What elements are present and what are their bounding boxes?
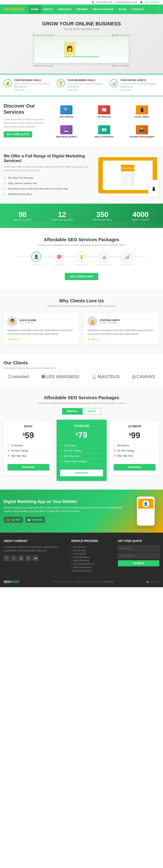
nav-logo[interactable]: SEOWAVE — [4, 7, 24, 12]
step-technology-icon: 🔬 — [99, 252, 109, 262]
hero-tag-social: SOCIAL MEDIA — [113, 65, 129, 67]
stat-number-4: 4000 — [132, 210, 150, 219]
full-range-title: We Offer a Full Range of Digital Marketi… — [4, 154, 92, 163]
testimonial-1-role: CEO - Example — [20, 321, 36, 324]
nav-link-contact[interactable]: CONTACT — [129, 5, 146, 13]
feature-digital-link[interactable]: Learn more — [120, 89, 131, 91]
feature-revenue-link[interactable]: Learn more — [14, 89, 25, 91]
nav-link-pricing[interactable]: PRICING — [74, 5, 90, 13]
discover-title: Discover Our Services — [4, 103, 44, 115]
feature-digital-text: YOUR DIGITAL ASSETS Lorem ipsum dolor si… — [120, 79, 159, 91]
range-item-4: ✓Affordable pricing offers. — [4, 191, 92, 197]
footer-go-button[interactable]: GO WRITE — [118, 560, 159, 566]
nav-link-blog[interactable]: BLOG — [117, 5, 129, 13]
testimonial-2-name: STEPHEN SMITH — [100, 319, 120, 321]
pricing-card-standard: STANDARD $79 ✓ 40 Services ✗ No Free Tra… — [56, 420, 107, 481]
check-icon: ✓ — [60, 444, 63, 447]
nav-link-services[interactable]: SERVICES — [56, 5, 73, 13]
testimonial-1: 👨 ALICE QUAIM CEO - Example Voluptatem a… — [4, 313, 79, 344]
services-grid: 🔍 SEO SERVICE 📰 PR ARTICLES 📱 SOCIAL MED… — [49, 103, 159, 140]
linkedin-icon[interactable]: in — [25, 555, 31, 561]
testimonial-2-stars: ★★★★ — [87, 338, 156, 341]
service-card-social[interactable]: 📱 SOCIAL MEDIA — [124, 103, 159, 120]
feature-digital: 📊 YOUR DIGITAL ASSETS Lorem ipsum dolor … — [110, 79, 159, 91]
stat-professionals: 350 PROFESSIONALS — [93, 210, 112, 221]
feature-branding-link[interactable]: Learn more — [67, 89, 78, 91]
seo-packages-section: Affordable SEO Services Packages Choose … — [0, 228, 163, 289]
desktop-screen: Website Preview — [103, 160, 153, 190]
footer-name-input[interactable] — [118, 545, 159, 551]
stat-number-2: 12 — [51, 210, 73, 219]
pricing-basic-features: ✓ 10 Services ✗ No Free Training ✗ 200+ … — [7, 443, 50, 459]
range-item-2: ✓High customer retention rate. — [4, 181, 92, 186]
share-icon[interactable]: 🔗 — [156, 7, 159, 11]
footer-service-3: Social Media — [71, 552, 112, 556]
nav-links: HOME ABOUT SERVICES PRICING SEO PACKAGES… — [29, 5, 156, 13]
stat-label-1: HAPPY CLIENTS — [13, 219, 31, 221]
twitter-icon[interactable]: t — [11, 555, 17, 561]
stat-happy-clients: 98 HAPPY CLIENTS — [13, 210, 31, 221]
mobile-mockup-small: 📱 — [148, 180, 159, 198]
purchase-ultimate-button[interactable]: PURCHASE — [113, 464, 156, 471]
x-icon: ✗ — [60, 455, 63, 458]
footer-copyright: © 2016 Your Company. All Rights Reserved… — [52, 581, 114, 583]
app-right: 👤 — [132, 496, 159, 526]
step-profile-icon: 👤 — [31, 252, 41, 262]
range-items: ✓We deliver Top Rankings. ✓High customer… — [4, 175, 92, 197]
nav-link-packages[interactable]: SEO PACKAGES — [90, 5, 116, 13]
service-card-pr[interactable]: 📰 PR ARTICLES — [87, 103, 122, 120]
pricing-ultimate-name: ULTIMATE — [113, 425, 156, 428]
testimonial-1-name: ALICE QUAIM — [20, 319, 36, 321]
facebook-icon[interactable]: f — [4, 555, 9, 561]
toggle-yearly[interactable]: YEARLY — [83, 408, 101, 415]
stat-label-4: HAPPY CLIENTS — [132, 219, 150, 221]
toggle-monthly[interactable]: MONTHLY — [62, 408, 83, 415]
range-item-3: ✓We always return e-mails and calls with… — [4, 186, 92, 191]
step-profile-label: 1. PROFILE — [31, 264, 41, 266]
full-range-left: We Offer a Full Range of Digital Marketi… — [4, 154, 92, 197]
service-card-content[interactable]: 📸 CONTENT MANAGEMENT — [124, 123, 159, 140]
footer-service-4: Email Marketing — [71, 556, 112, 559]
pricing-standard-price: $79 — [60, 430, 103, 440]
service-card-seo[interactable]: 🔍 SEO SERVICE — [49, 103, 84, 120]
purchase-standard-button[interactable]: PURCHASE — [60, 470, 103, 476]
footer-service-5: Video Marketing — [71, 559, 112, 562]
webdev-icon: 💻 — [60, 125, 72, 134]
step-strategy: 💡 3. STRATEGY — [70, 252, 93, 266]
client-nauteus: ⚓ NAUTEUS — [91, 374, 120, 379]
basic-feat-3: ✗ 200+ Man Hour — [7, 453, 50, 459]
nav-right: 🔗 — [156, 7, 159, 11]
topbar-login[interactable]: 👤 Login / Register — [140, 1, 159, 3]
branding-icon: 🏆 — [57, 79, 65, 87]
basic-feat-1: ✓ 10 Services — [7, 443, 50, 448]
pricing-title: Affordable SEO Services Packages — [4, 395, 159, 400]
packages-steps: 👤 1. PROFILE 🎯 2. OBJECTIVE 💡 3. STRATEG… — [4, 252, 159, 266]
service-card-email[interactable]: 📧 EMAIL MARKETING — [87, 123, 122, 140]
googleplus-icon[interactable]: g — [18, 555, 24, 561]
stat-number-1: 98 — [13, 210, 31, 219]
why-clients-section: Why Clients Love Us Voluptatem accusanti… — [0, 289, 163, 353]
x-icon: ✗ — [113, 449, 116, 452]
google-play-button[interactable]: ▶ Google play — [25, 516, 45, 523]
purchase-basic-button[interactable]: PURCHASE — [7, 464, 50, 471]
x-icon: ✗ — [113, 454, 116, 458]
nav-link-about[interactable]: ABOUT — [41, 5, 56, 13]
service-card-webdev[interactable]: 💻 WEB DEVELOPMENT — [49, 123, 84, 140]
phone-mockup: 👤 — [137, 496, 155, 526]
basic-feat-2: ✗ No Free Training — [7, 448, 50, 453]
testimonial-1-stars: ★★★★★ — [7, 338, 76, 341]
client-anagnou: ⬢ LES ANAGNOU — [41, 374, 79, 379]
app-store-button[interactable]: 🍎 App Store — [4, 516, 23, 523]
rss-icon[interactable]: rss — [33, 555, 38, 561]
google-play-icon: ▶ — [28, 518, 31, 522]
footer-logo: SEOWAVE — [4, 580, 20, 584]
pricing-standard-name: STANDARD — [60, 424, 103, 428]
get-started-button[interactable]: GET STARED NOW — [65, 273, 98, 280]
nav-link-home[interactable]: HOME — [29, 5, 41, 13]
footer-email-input[interactable] — [118, 553, 159, 559]
user-icon: 👤 — [140, 1, 143, 3]
stat-years: 12 YEARS OF SERVICE — [51, 210, 73, 221]
anagnou-icon: ⬢ — [41, 374, 45, 379]
feature-revenue-desc: Lorem ipsum dolor sit amet consectetur a… — [14, 83, 53, 88]
quote-button[interactable]: GET A FREE QUOTE — [4, 131, 32, 137]
